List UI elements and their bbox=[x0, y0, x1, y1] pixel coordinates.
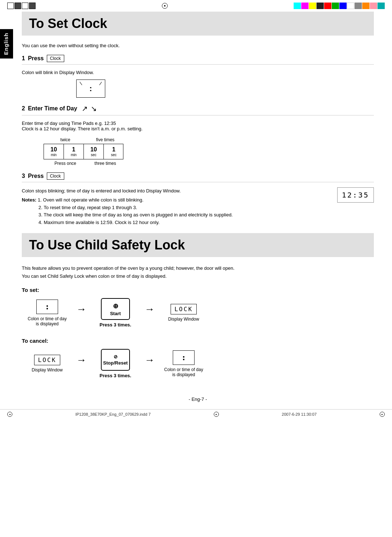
step3-label: Press bbox=[28, 173, 44, 179]
step-2: 2 Enter Time of Day ↗ ↘ Enter time of da… bbox=[22, 104, 374, 166]
child-lock-desc1: This feature allows you to prevent opera… bbox=[22, 264, 374, 272]
step2-arrow-icon2: ↘ bbox=[91, 104, 97, 113]
top-marks bbox=[0, 0, 392, 12]
reg-circle-bottom-left bbox=[7, 412, 12, 417]
page-number: - Eng-7 - bbox=[189, 396, 207, 402]
color-bars bbox=[294, 3, 385, 9]
label-twice: twice bbox=[45, 137, 85, 142]
step3-notes: Colon stops blinking; time of day is ent… bbox=[22, 187, 374, 227]
stop-icon: ⊘ bbox=[114, 354, 118, 359]
step2-note2: Clock is a 12 hour display. There isn't … bbox=[22, 126, 374, 131]
flow-lock-display-set: LOCK Display Window bbox=[158, 304, 209, 322]
step-1: 1 Press Clock Colon will blink in Displa… bbox=[22, 55, 374, 98]
pad-10min: 10 min bbox=[44, 144, 64, 159]
notes-item-2: 2. To reset time of day, repeat step 1 t… bbox=[22, 204, 323, 212]
set-clock-title: To Set Clock bbox=[29, 16, 367, 31]
reg-box-4 bbox=[29, 3, 36, 9]
lock-display-cancel: LOCK bbox=[34, 355, 61, 365]
flow-arrow-2: → bbox=[144, 304, 155, 322]
colon-small-display-cancel: : bbox=[173, 350, 195, 365]
sidebar-label: English bbox=[3, 33, 9, 55]
start-btn-label: Start bbox=[110, 311, 121, 316]
colon-blink-display: \ / : bbox=[76, 80, 105, 98]
step3-note-main: Colon stops blinking; time of day is ent… bbox=[22, 187, 323, 195]
label-five-times: five times bbox=[85, 137, 125, 142]
label-three-times: three times bbox=[85, 161, 125, 166]
stop-button: ⊘ Stop/Reset bbox=[101, 349, 130, 371]
clock-btn-3: Clock bbox=[47, 172, 64, 180]
notes-text: Colon stops blinking; time of day is ent… bbox=[22, 187, 323, 227]
step1-note: Colon will blink in Display Window. bbox=[22, 70, 374, 75]
step-3: 3 Press Clock Colon stops blinking; time… bbox=[22, 172, 374, 227]
step2-arrow-icon: ↗ bbox=[82, 104, 88, 113]
notes-item-4: 4. Maximum time available is 12:59. Cloc… bbox=[22, 219, 323, 227]
reg-circle-top bbox=[162, 3, 168, 9]
pad-10sec: 10 sec bbox=[84, 144, 104, 159]
reg-box-1 bbox=[7, 3, 14, 9]
reg-circle-bottom-right bbox=[380, 412, 385, 417]
flow-lock-cancel-label: Display Window bbox=[32, 367, 62, 373]
colon-symbol: : bbox=[89, 84, 92, 93]
step3-number: 3 bbox=[22, 173, 25, 179]
flow-start-label: Press 3 times. bbox=[99, 322, 131, 328]
step2-label: Enter Time of Day bbox=[28, 105, 77, 112]
bottom-reg-mark-right bbox=[380, 412, 385, 417]
to-cancel-title: To cancel: bbox=[22, 338, 374, 344]
child-lock-desc: This feature allows you to prevent opera… bbox=[22, 264, 374, 280]
english-sidebar: English bbox=[0, 29, 13, 58]
to-set-flow: : Colon or time of day is displayed → ⊕ … bbox=[22, 298, 374, 328]
flow-stop-label: Press 3 times. bbox=[99, 373, 131, 378]
flow-arrow-4: → bbox=[144, 354, 155, 373]
time-pads-diagram: twice five times 10 min 1 min 10 sec bbox=[44, 137, 374, 166]
reg-circle-bottom-center bbox=[214, 412, 219, 417]
colon-small-display: : bbox=[36, 300, 58, 314]
to-cancel-flow: LOCK Display Window → ⊘ Stop/Reset Press… bbox=[22, 349, 374, 378]
flow-colon-label: Colon or time of day is displayed bbox=[28, 316, 66, 326]
child-lock-header: To Use Child Safety Lock bbox=[22, 233, 374, 257]
flow-arrow-1: → bbox=[76, 304, 86, 322]
flow-arrow-3: → bbox=[76, 354, 86, 373]
step2-note1: Enter time of day using Time Pads e.g. 1… bbox=[22, 121, 374, 126]
reg-box-3 bbox=[22, 3, 28, 9]
stop-btn-label: Stop/Reset bbox=[103, 360, 128, 366]
flow-colon-cancel-label: Colon or time of day is displayed bbox=[164, 367, 203, 377]
flow-stop-btn: ⊘ Stop/Reset Press 3 times. bbox=[90, 349, 141, 378]
reg-box-2 bbox=[15, 3, 21, 9]
to-set-title: To set: bbox=[22, 287, 374, 293]
label-press-once: Press once bbox=[45, 161, 85, 166]
clock-display: 12:35 bbox=[337, 187, 374, 203]
flow-colon-display-cancel: : Colon or time of day is displayed bbox=[158, 350, 209, 377]
start-button: ⊕ Start bbox=[101, 298, 130, 320]
set-clock-intro: You can use the oven without setting the… bbox=[22, 43, 374, 48]
flow-lock-label-set: Display Window bbox=[168, 317, 199, 322]
file-date: 2007-6-29 11:30:07 bbox=[282, 412, 317, 416]
start-icon: ⊕ bbox=[113, 302, 118, 310]
step2-number: 2 bbox=[22, 105, 25, 112]
pad-1min: 1 min bbox=[64, 144, 84, 159]
set-clock-header: To Set Clock bbox=[22, 12, 374, 36]
file-name: IP1208_38E70KP_Eng_07_070629.indd 7 bbox=[75, 412, 151, 416]
footer-page: - Eng-7 - bbox=[22, 393, 374, 406]
bottom-bar: IP1208_38E70KP_Eng_07_070629.indd 7 2007… bbox=[0, 409, 392, 419]
reg-mark-left bbox=[7, 3, 36, 9]
to-set-section: To set: : Colon or time of day is displa… bbox=[22, 287, 374, 328]
flow-start-btn: ⊕ Start Press 3 times. bbox=[90, 298, 141, 328]
notes-item-1: Notes: 1. Oven will not operate while co… bbox=[22, 196, 323, 204]
step1-label: Press bbox=[28, 55, 44, 62]
step1-number: 1 bbox=[22, 55, 25, 62]
child-lock-desc2: You can set Child Safety Lock when colon… bbox=[22, 272, 374, 280]
bottom-reg-mark bbox=[7, 412, 12, 417]
child-lock-title: To Use Child Safety Lock bbox=[29, 237, 367, 253]
pad-1sec: 1 sec bbox=[104, 144, 124, 159]
time-pads-row: 10 min 1 min 10 sec 1 sec bbox=[44, 144, 123, 159]
flow-lock-display-cancel: LOCK Display Window bbox=[22, 355, 73, 373]
clock-btn-1: Clock bbox=[47, 55, 64, 62]
lock-display-set: LOCK bbox=[171, 304, 197, 314]
notes-item-3: 3. The clock will keep the time of day a… bbox=[22, 211, 323, 219]
flow-colon-display: : Colon or time of day is displayed bbox=[22, 300, 73, 326]
to-cancel-section: To cancel: LOCK Display Window → ⊘ Stop/… bbox=[22, 338, 374, 378]
